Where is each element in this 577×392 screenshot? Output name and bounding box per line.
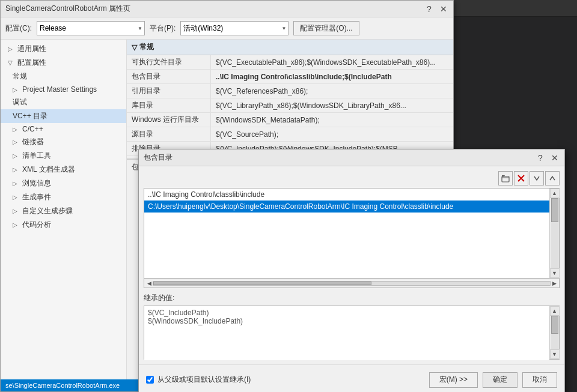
inherit-checkbox[interactable] bbox=[146, 376, 154, 384]
prop-name: 引用目录 bbox=[127, 84, 211, 98]
main-help-button[interactable]: ? bbox=[424, 4, 434, 14]
sidebar-item-vc-dirs[interactable]: VC++ 目录 bbox=[1, 109, 126, 123]
horizontal-scrollbar[interactable]: ◀ ▶ bbox=[144, 279, 560, 288]
main-title-bar: SingleCameraControlRobotArm 属性页 ? ✕ bbox=[1, 1, 453, 17]
main-window-title: SingleCameraControlRobotArm 属性页 bbox=[5, 4, 130, 14]
sidebar-item-config-props[interactable]: ▽配置属性 bbox=[1, 56, 126, 70]
hscroll-thumb[interactable] bbox=[153, 282, 371, 285]
sidebar-label-browse: 浏览信息 bbox=[22, 178, 51, 188]
sidebar-item-xml-gen[interactable]: ▷XML 文档生成器 bbox=[1, 163, 126, 176]
sidebar-label-general-props: 通用属性 bbox=[17, 44, 46, 54]
arrow-up-icon bbox=[548, 174, 557, 182]
sidebar-item-code-analysis[interactable]: ▷代码分析 bbox=[1, 218, 126, 232]
sidebar: ▷通用属性▽配置属性常规▷Project Master Settings调试VC… bbox=[1, 40, 127, 388]
platform-label: 平台(P): bbox=[150, 23, 176, 34]
sidebar-item-browse[interactable]: ▷浏览信息 bbox=[1, 176, 126, 190]
sidebar-label-config-props: 配置属性 bbox=[17, 58, 46, 68]
sidebar-label-build-events: 生成事件 bbox=[22, 192, 51, 202]
prop-row[interactable]: Windows 运行库目录$(WindowsSDK_MetadataPath); bbox=[127, 113, 453, 127]
config-manager-button[interactable]: 配置管理器(O)... bbox=[293, 21, 359, 35]
expand-icon-build-events: ▷ bbox=[13, 194, 20, 201]
list-container: ..\IC Imaging Control\classlib\include C… bbox=[144, 188, 560, 279]
new-folder-button[interactable] bbox=[498, 171, 513, 185]
prop-row[interactable]: 源目录$(VC_SourcePath); bbox=[127, 127, 453, 142]
platform-select-wrapper: 活动(Win32) bbox=[180, 21, 288, 35]
prop-value: ..\IC Imaging Control\classlib\include;$… bbox=[211, 70, 453, 83]
prop-value: $(VC_SourcePath); bbox=[211, 127, 453, 141]
include-dir-dialog: 包含目录 ? ✕ bbox=[138, 149, 565, 392]
expand-common-icon: ▽ bbox=[132, 43, 137, 52]
sidebar-item-c-cpp[interactable]: ▷C/C++ bbox=[1, 123, 126, 135]
prop-name: 可执行文件目录 bbox=[127, 55, 211, 69]
expand-icon-general-props: ▷ bbox=[8, 46, 15, 52]
list-item-1[interactable]: ..\IC Imaging Control\classlib\include bbox=[144, 188, 549, 201]
title-bar-actions: ? ✕ bbox=[424, 4, 448, 14]
inherited-scroll-down[interactable]: ▼ bbox=[550, 349, 560, 359]
scroll-track[interactable] bbox=[551, 198, 559, 268]
expand-icon-custom-build: ▷ bbox=[13, 208, 20, 214]
prop-value: $(WindowsSDK_MetadataPath); bbox=[211, 113, 453, 127]
prop-row[interactable]: 库目录$(VC_LibraryPath_x86);$(WindowsSDK_Li… bbox=[127, 98, 453, 113]
sidebar-item-build-events[interactable]: ▷生成事件 bbox=[1, 190, 126, 204]
sidebar-item-project-master[interactable]: ▷Project Master Settings bbox=[1, 83, 126, 95]
platform-select[interactable]: 活动(Win32) bbox=[180, 21, 288, 35]
inherited-scroll-thumb[interactable] bbox=[551, 316, 558, 334]
inherited-section: 继承的值: $(VC_IncludePath) $(WindowsSDK_Inc… bbox=[144, 293, 560, 360]
prop-value: $(VC_ReferencesPath_x86); bbox=[211, 84, 453, 98]
dialog-close-button[interactable]: ✕ bbox=[550, 153, 560, 163]
sidebar-label-xml-gen: XML 文档生成器 bbox=[22, 164, 75, 175]
scroll-up-arrow[interactable]: ▲ bbox=[550, 188, 560, 198]
sidebar-item-custom-build[interactable]: ▷自定义生成步骤 bbox=[1, 204, 126, 218]
inherited-scroll-up[interactable]: ▲ bbox=[550, 306, 560, 316]
dialog-help-button[interactable]: ? bbox=[536, 153, 545, 163]
sidebar-item-linker[interactable]: ▷链接器 bbox=[1, 135, 126, 149]
prop-name: Windows 运行库目录 bbox=[127, 113, 211, 127]
expand-icon-project-master: ▷ bbox=[13, 86, 20, 93]
vertical-scrollbar[interactable]: ▲ ▼ bbox=[549, 188, 559, 278]
sidebar-label-manifest: 清单工具 bbox=[22, 151, 51, 161]
inherited-scrollbar[interactable]: ▲ ▼ bbox=[549, 306, 559, 359]
macro-button[interactable]: 宏(M) >> bbox=[429, 372, 478, 388]
prop-row[interactable]: 包含目录..\IC Imaging Control\classlib\inclu… bbox=[127, 70, 453, 84]
config-select-wrapper: Release bbox=[37, 21, 145, 35]
expand-icon-xml-gen: ▷ bbox=[13, 166, 20, 173]
footer-buttons: 宏(M) >> 确定 取消 bbox=[429, 372, 557, 388]
prop-row[interactable]: 可执行文件目录$(VC_ExecutablePath_x86);$(Window… bbox=[127, 55, 453, 70]
scroll-thumb[interactable] bbox=[551, 198, 558, 222]
scroll-down-arrow[interactable]: ▼ bbox=[550, 268, 560, 278]
expand-icon-code-analysis: ▷ bbox=[13, 222, 20, 228]
sidebar-label-custom-build: 自定义生成步骤 bbox=[22, 206, 73, 216]
prop-name: 库目录 bbox=[127, 98, 211, 112]
dialog-title-actions: ? ✕ bbox=[536, 153, 560, 163]
svg-rect-0 bbox=[502, 176, 509, 182]
inherited-value-2: $(WindowsSDK_IncludePath) bbox=[148, 317, 546, 325]
sidebar-item-manifest[interactable]: ▷清单工具 bbox=[1, 149, 126, 163]
ide-toolbar bbox=[451, 0, 577, 17]
sidebar-item-general-props[interactable]: ▷通用属性 bbox=[1, 42, 126, 56]
sidebar-label-c-cpp: C/C++ bbox=[22, 125, 43, 133]
inherited-scroll-track[interactable] bbox=[551, 316, 559, 349]
config-select[interactable]: Release bbox=[37, 21, 145, 35]
dialog-toolbar bbox=[144, 171, 560, 185]
hscroll-track[interactable] bbox=[153, 281, 551, 286]
delete-button[interactable] bbox=[514, 171, 528, 185]
prop-row[interactable]: 引用目录$(VC_ReferencesPath_x86); bbox=[127, 84, 453, 98]
sidebar-item-debug[interactable]: 调试 bbox=[1, 95, 126, 109]
dialog-body: ..\IC Imaging Control\classlib\include C… bbox=[139, 166, 564, 364]
move-up-button[interactable] bbox=[545, 171, 560, 185]
move-down-button[interactable] bbox=[530, 171, 544, 185]
prop-section-title: 常规 bbox=[139, 42, 154, 52]
status-text: se\SingleCameraControlRobotArm.exe bbox=[5, 382, 120, 389]
cancel-button[interactable]: 取消 bbox=[522, 372, 557, 388]
ok-button[interactable]: 确定 bbox=[483, 372, 517, 388]
hscroll-right-arrow[interactable]: ▶ bbox=[551, 280, 558, 287]
main-close-button[interactable]: ✕ bbox=[439, 4, 448, 14]
sidebar-item-common[interactable]: 常规 bbox=[1, 70, 126, 83]
inherit-checkbox-label[interactable]: 从父级或项目默认设置继承(I) bbox=[146, 375, 251, 385]
list-item-2[interactable]: C:\Users\huipenglv\Desktop\SingleCameraC… bbox=[144, 201, 549, 213]
hscroll-left-arrow[interactable]: ◀ bbox=[145, 280, 153, 287]
expand-icon-c-cpp: ▷ bbox=[13, 126, 20, 133]
expand-icon-browse: ▷ bbox=[13, 180, 20, 187]
inherit-checkbox-text: 从父级或项目默认设置继承(I) bbox=[157, 375, 251, 385]
arrow-down-icon bbox=[533, 174, 541, 182]
